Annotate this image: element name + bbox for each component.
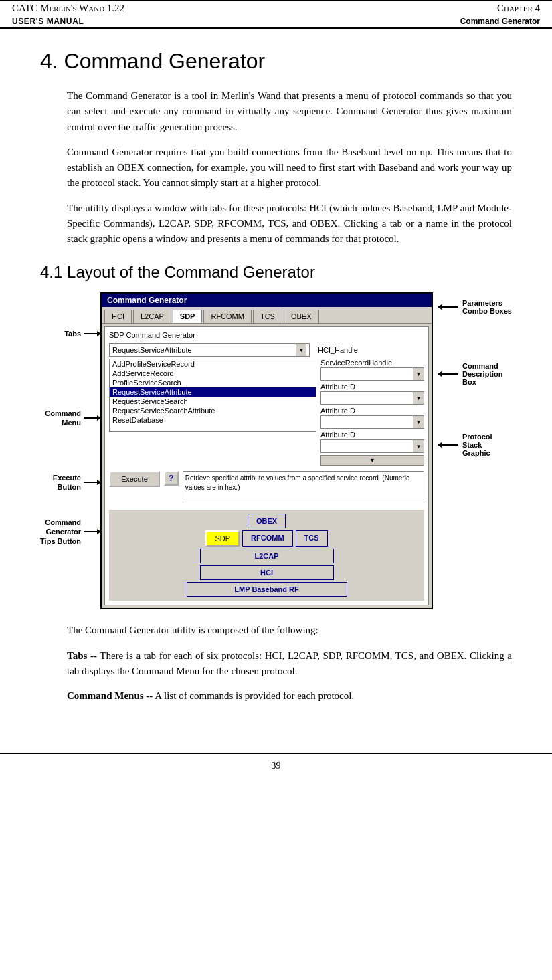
execute-arrow <box>84 482 100 483</box>
stack-arrow <box>438 444 458 446</box>
command-menus-term: Command Menus -- <box>67 690 153 701</box>
tips-arrow <box>84 531 100 532</box>
command-dropdown-arrow-icon[interactable]: ▼ <box>296 344 306 356</box>
figure-container: Tabs CommandMenu ExecuteButton CommandGe… <box>40 292 512 609</box>
proto-btn-l2cap[interactable]: L2CAP <box>200 549 334 563</box>
param-combo-attr2-arrow[interactable]: ▼ <box>413 416 424 428</box>
window-titlebar: Command Generator <box>102 294 432 307</box>
protocol-tabs: HCI L2CAP SDP RFCOMM TCS OBEX <box>102 307 432 324</box>
params-label-text: ParametersCombo Boxes <box>462 299 512 315</box>
stack-label-text: ProtocolStackGraphic <box>462 433 492 457</box>
header-chapter: Chapter 4 <box>497 3 540 14</box>
proto-btn-tcs[interactable]: TCS <box>296 530 328 547</box>
param-combo-attr3-arrow[interactable]: ▼ <box>413 440 424 452</box>
list-item-request-search-attr[interactable]: RequestServiceSearchAttribute <box>110 406 316 415</box>
section-heading: 4.1 Layout of the Command Generator <box>40 263 512 282</box>
proto-btn-rfcomm[interactable]: RFCOMM <box>242 530 293 547</box>
param-service-record-handle: ServiceRecordHandle ▼ <box>320 359 424 381</box>
list-item-profile-search[interactable]: ProfileServiceSearch <box>110 378 316 387</box>
tab-l2cap[interactable]: L2CAP <box>133 310 171 323</box>
intro-para-3: The utility displays a window with tabs … <box>67 201 512 248</box>
param-combo-attr2[interactable]: ▼ <box>320 415 424 429</box>
params-section: ServiceRecordHandle ▼ AttributeID ▼ <box>320 359 424 466</box>
description-box: Retrieve specified attribute values from… <box>183 471 424 500</box>
hci-handle-label: HCI_Handle <box>318 346 358 354</box>
label-proto-stack: ProtocolStackGraphic <box>438 433 512 457</box>
execute-row: Execute ? Retrieve specified attribute v… <box>109 471 424 500</box>
header-section-title: Command Generator <box>460 17 540 26</box>
proto-btn-sdp[interactable]: SDP <box>205 530 240 547</box>
bottom-para-command-menus: Command Menus -- A list of commands is p… <box>67 688 512 704</box>
desc-label-text: CommandDescriptionBox <box>462 362 503 386</box>
command-list[interactable]: AddProfileServiceRecord AddServiceRecord… <box>109 359 316 432</box>
param-label-attr2: AttributeID <box>320 407 424 415</box>
execute-button[interactable]: Execute <box>109 471 160 487</box>
help-button[interactable]: ? <box>164 471 179 486</box>
proto-row-lmp: LMP Baseband RF <box>187 582 347 597</box>
list-item-add-service[interactable]: AddServiceRecord <box>110 369 316 378</box>
bottom-para-tabs: Tabs -- There is a tab for each of six p… <box>67 648 512 680</box>
command-generator-window: Command Generator HCI L2CAP SDP RFCOMM T… <box>100 292 433 609</box>
proto-row-hci: HCI <box>200 565 334 580</box>
command-dropdown-text: RequestServiceAttribute <box>112 346 296 354</box>
chapter-heading: 4. Command Generator <box>40 49 512 74</box>
param-combo-srh-arrow[interactable]: ▼ <box>413 368 424 380</box>
param-combo-attr1-arrow[interactable]: ▼ <box>413 392 424 404</box>
cmd-top-row: RequestServiceAttribute ▼ HCI_Handle <box>109 343 424 357</box>
proto-row-sdp-rfcomm-tcs: SDP RFCOMM TCS <box>205 530 327 547</box>
page-number: 39 <box>272 761 281 771</box>
list-item-request-search[interactable]: RequestServiceSearch <box>110 397 316 406</box>
tabs-arrow <box>84 333 100 334</box>
tab-obex[interactable]: OBEX <box>284 310 319 323</box>
tab-rfcomm[interactable]: RFCOMM <box>203 310 252 323</box>
label-execute-button: ExecuteButton <box>53 473 81 492</box>
desc-arrow <box>438 373 458 375</box>
label-tips-button: CommandGeneratorTips Button <box>40 518 81 547</box>
param-attribute-id-1: AttributeID ▼ <box>320 383 424 405</box>
param-attribute-id-3: AttributeID ▼ <box>320 431 424 453</box>
proto-row-l2cap: L2CAP <box>200 549 334 563</box>
label-params-combo: ParametersCombo Boxes <box>438 299 512 315</box>
param-combo-attr3[interactable]: ▼ <box>320 439 424 453</box>
param-label-srh: ServiceRecordHandle <box>320 359 424 367</box>
param-label-attr1: AttributeID <box>320 383 424 391</box>
list-item-request-attr[interactable]: RequestServiceAttribute <box>110 387 316 397</box>
page-footer: 39 <box>0 753 552 778</box>
intro-para-2: Command Generator requires that you buil… <box>67 144 512 191</box>
proto-btn-hci[interactable]: HCI <box>200 565 334 580</box>
label-tabs: Tabs <box>64 329 81 338</box>
intro-para-1: The Command Generator is a tool in Merli… <box>67 88 512 135</box>
command-list-section: AddProfileServiceRecord AddServiceRecord… <box>109 359 316 466</box>
proto-btn-lmp[interactable]: LMP Baseband RF <box>187 582 347 597</box>
proto-row-obex: OBEX <box>248 514 286 528</box>
tabs-term: Tabs -- <box>67 650 97 661</box>
protocol-stack-graphic: OBEX SDP RFCOMM TCS L2CAP HCI LMP Baseba <box>109 510 424 601</box>
label-command-menu: CommandMenu <box>45 409 81 428</box>
tab-tcs[interactable]: TCS <box>253 310 282 323</box>
param-attribute-id-2: AttributeID ▼ <box>320 407 424 429</box>
command-menu-arrow <box>84 417 100 419</box>
list-item-add-profile[interactable]: AddProfileServiceRecord <box>110 359 316 369</box>
param-label-attr3: AttributeID <box>320 431 424 439</box>
param-combo-srh[interactable]: ▼ <box>320 367 424 381</box>
right-labels: ParametersCombo Boxes CommandDescription… <box>438 292 512 470</box>
command-main-dropdown[interactable]: RequestServiceAttribute ▼ <box>109 343 310 357</box>
command-menus-description: A list of commands is provided for each … <box>155 690 354 701</box>
header-manual-title: User's Manual <box>12 17 84 26</box>
proto-btn-obex[interactable]: OBEX <box>248 514 286 528</box>
left-labels: Tabs CommandMenu ExecuteButton CommandGe… <box>40 292 100 546</box>
list-item-reset-db[interactable]: ResetDatabase <box>110 415 316 425</box>
tab-hci[interactable]: HCI <box>104 310 132 323</box>
bottom-para-1: The Command Generator utility is compose… <box>67 623 512 638</box>
tabs-description: There is a tab for each of six protocols… <box>67 650 512 676</box>
param-combo-attr1[interactable]: ▼ <box>320 391 424 405</box>
params-arrow <box>438 306 458 308</box>
param-scroll[interactable]: ▼ <box>320 455 424 466</box>
cmd-gen-body: SDP Command Generator RequestServiceAttr… <box>104 326 429 605</box>
header-catc-title: CATC Merlin's Wand 1.22 <box>12 3 124 14</box>
cmd-section-title: SDP Command Generator <box>109 331 424 339</box>
tab-sdp[interactable]: SDP <box>173 310 203 323</box>
label-cmd-desc-box: CommandDescriptionBox <box>438 362 512 386</box>
